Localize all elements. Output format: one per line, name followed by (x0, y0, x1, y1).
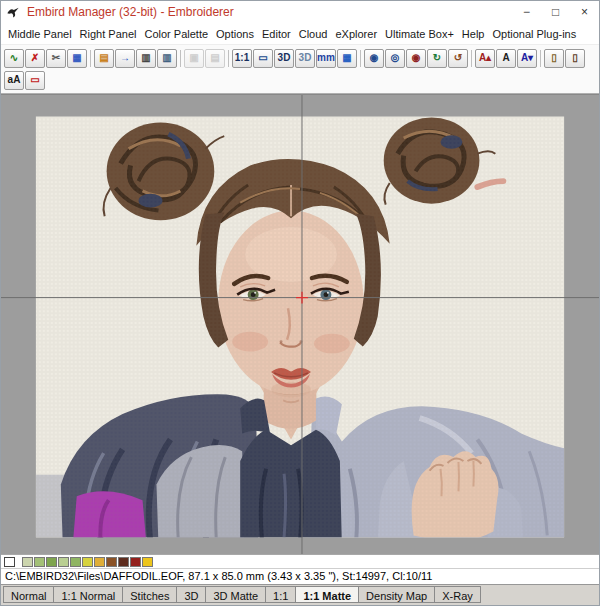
window-title: Embird Manager (32-bit) - Embroiderer (27, 5, 512, 19)
open-design-icon[interactable]: ▤ (94, 49, 114, 68)
tool-glyph: ▭ (258, 53, 267, 63)
maximize-button[interactable]: □ (541, 1, 570, 23)
menu-bar: Middle Panel Right Panel Color Palette O… (1, 23, 599, 44)
tool-glyph: ▯ (572, 53, 578, 63)
export-design-icon[interactable]: → (115, 49, 135, 68)
toolbar-group-misc: ▯▯ (544, 49, 585, 68)
tool-glyph: A▴ (479, 53, 491, 63)
menu-options[interactable]: Options (212, 26, 258, 42)
tool-glyph: ◎ (391, 53, 400, 63)
menu-explorer[interactable]: eXplorer (331, 26, 381, 42)
grid-mm-icon[interactable]: mm (316, 49, 336, 68)
menu-help[interactable]: Help (458, 26, 489, 42)
menu-color-palette[interactable]: Color Palette (140, 26, 212, 42)
tab-1-1[interactable]: 1:1 (265, 586, 296, 603)
show-thread-ends-icon[interactable]: ◉ (406, 49, 426, 68)
tool-glyph: A (502, 53, 509, 63)
toolbar-separator (471, 50, 472, 67)
menu-right-panel[interactable]: Right Panel (76, 26, 141, 42)
letter-case-icon[interactable]: aA (4, 71, 24, 90)
show-stitch-points-icon[interactable]: ◉ (364, 49, 384, 68)
thread-color-5[interactable] (70, 557, 81, 567)
rotate-design-icon[interactable]: ↺ (448, 49, 468, 68)
tab-stitches[interactable]: Stitches (122, 586, 177, 603)
copy-icon[interactable]: ▣ (184, 49, 204, 68)
grid-icon[interactable]: ▦ (337, 49, 357, 68)
font-icon[interactable]: A (496, 49, 516, 68)
portrait-design (36, 117, 564, 546)
canvas-svg (1, 95, 599, 554)
toolbar-separator (90, 50, 91, 67)
design-colors-icon[interactable]: ▦ (67, 49, 87, 68)
toolbar-row-1: ∿✗✂▦ ▤→▥▥ ▣▤ 1:1▭3D3Dmm▦ ◉◎◉↻↺ A▴AA▾ (4, 47, 596, 69)
redraw-icon[interactable]: ↻ (427, 49, 447, 68)
menu-editor[interactable]: Editor (258, 26, 295, 42)
thread-palette (1, 554, 599, 568)
toolbar-group-clipboard: ▣▤ (184, 49, 225, 68)
view-3d-plus-icon[interactable]: 3D (295, 49, 315, 68)
tab-1-1-normal[interactable]: 1:1 Normal (53, 586, 123, 603)
toolbar-separator (540, 50, 541, 67)
thread-color-8[interactable] (106, 557, 117, 567)
tab-3d[interactable]: 3D (176, 586, 206, 603)
tab-density-map[interactable]: Density Map (358, 586, 435, 603)
cut-design-icon[interactable]: ✂ (46, 49, 66, 68)
print-icon[interactable]: ▥ (136, 49, 156, 68)
thread-color-11[interactable] (142, 557, 153, 567)
app-window: Embird Manager (32-bit) - Embroiderer − … (0, 0, 600, 606)
tab-normal[interactable]: Normal (3, 586, 54, 603)
stitch-waves-icon[interactable]: ∿ (4, 49, 24, 68)
menu-optional-plugins[interactable]: Optional Plug-ins (488, 26, 580, 42)
palette-cell-empty[interactable] (4, 557, 15, 567)
tool-glyph: 3D (278, 53, 291, 63)
paste-icon[interactable]: ▤ (205, 49, 225, 68)
view-3d-icon[interactable]: 3D (274, 49, 294, 68)
toolbar-group-font: aA▭ (4, 71, 45, 90)
toolbar-group-view: 1:1▭3D3Dmm▦ (232, 49, 357, 68)
font-smaller-icon[interactable]: A▾ (517, 49, 537, 68)
tool-glyph: ▥ (162, 53, 171, 63)
hoop-icon[interactable]: ▭ (25, 71, 45, 90)
menu-middle-panel[interactable]: Middle Panel (4, 26, 76, 42)
tool-glyph: aA (8, 75, 21, 85)
font-larger-icon[interactable]: A▴ (475, 49, 495, 68)
menu-ultimate-box[interactable]: Ultimate Box+ (381, 26, 458, 42)
print-catalog-icon[interactable]: ▥ (157, 49, 177, 68)
thread-color-6[interactable] (82, 557, 93, 567)
menu-cloud[interactable]: Cloud (295, 26, 332, 42)
thread-color-3[interactable] (46, 557, 57, 567)
show-jump-stitches-icon[interactable]: ◎ (385, 49, 405, 68)
toolbar-group-display: ◉◎◉↻↺ (364, 49, 468, 68)
tool-glyph: mm (317, 53, 335, 63)
thread-color-1[interactable] (22, 557, 33, 567)
package-icon[interactable]: ▯ (565, 49, 585, 68)
tool-glyph: ✂ (52, 53, 60, 63)
toolbar-row-2: aA▭ (4, 69, 596, 91)
design-canvas[interactable] (1, 94, 599, 554)
toolbar-separator (228, 50, 229, 67)
tool-glyph: ▦ (342, 53, 351, 63)
tab-x-ray[interactable]: X-Ray (434, 586, 481, 603)
tool-glyph: ✗ (31, 53, 39, 63)
toolbar-group-text: A▴AA▾ (475, 49, 537, 68)
thread-color-7[interactable] (94, 557, 105, 567)
tool-glyph: ◉ (412, 53, 421, 63)
tab-1-1-matte[interactable]: 1:1 Matte (295, 586, 359, 603)
notes-icon[interactable]: ▯ (544, 49, 564, 68)
thread-color-10[interactable] (130, 557, 141, 567)
thread-color-9[interactable] (118, 557, 129, 567)
close-button[interactable]: × (570, 1, 599, 23)
window-controls: − □ × (512, 1, 599, 23)
tool-glyph: → (120, 53, 130, 63)
delete-design-icon[interactable]: ✗ (25, 49, 45, 68)
tool-glyph: 1:1 (235, 53, 249, 63)
thread-color-2[interactable] (34, 557, 45, 567)
tool-glyph: ▤ (99, 53, 108, 63)
tab-3d-matte[interactable]: 3D Matte (205, 586, 266, 603)
tool-glyph: A▾ (521, 53, 533, 63)
zoom-1-1-icon[interactable]: 1:1 (232, 49, 252, 68)
thread-color-4[interactable] (58, 557, 69, 567)
embird-logo-icon (6, 5, 22, 19)
fit-to-screen-icon[interactable]: ▭ (253, 49, 273, 68)
minimize-button[interactable]: − (512, 1, 541, 23)
